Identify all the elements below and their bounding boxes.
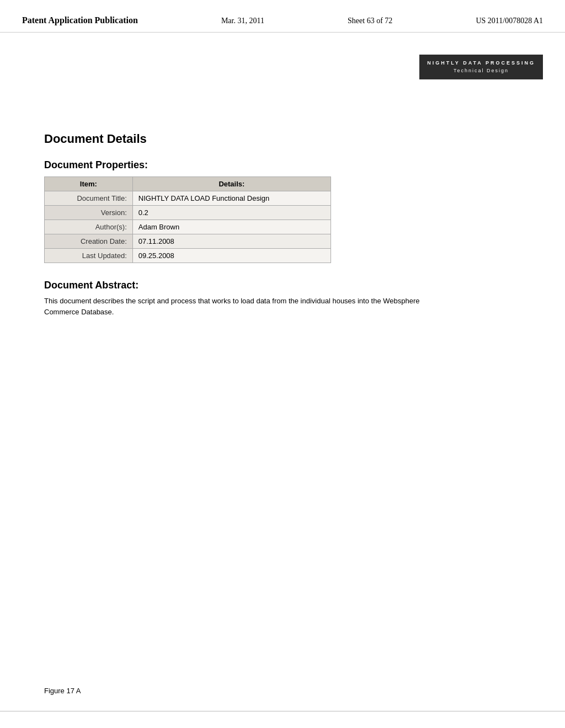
table-cell-item: Creation Date:	[45, 234, 133, 249]
table-cell-detail: 07.11.2008	[132, 234, 331, 249]
document-properties-heading: Document Properties:	[44, 159, 543, 171]
table-cell-detail: Adam Brown	[132, 220, 331, 234]
table-cell-item: Author(s):	[45, 220, 133, 234]
table-row: Document Title:NIGHTLY DATA LOAD Functio…	[45, 191, 331, 206]
table-row: Creation Date:07.11.2008	[45, 234, 331, 249]
table-cell-item: Document Title:	[45, 191, 133, 206]
document-abstract-title: Document Abstract:	[44, 280, 543, 291]
table-row: Version:0.2	[45, 206, 331, 220]
table-cell-item: Version:	[45, 206, 133, 220]
table-row: Author(s):Adam Brown	[45, 220, 331, 234]
figure-caption: Figure 17 A	[44, 687, 81, 695]
banner-line2: Technical Design	[427, 67, 535, 74]
table-header-item: Item:	[45, 177, 133, 191]
header-us-number: US 2011/0078028 A1	[476, 17, 543, 25]
document-abstract-text: This document describes the script and p…	[44, 296, 430, 317]
table-cell-item: Last Updated:	[45, 249, 133, 263]
document-details-title: Document Details	[44, 132, 543, 146]
properties-table: Item: Details: Document Title:NIGHTLY DA…	[44, 176, 331, 263]
header-sheet: Sheet 63 of 72	[348, 17, 392, 25]
watermark-area: NIGHTLY DATA PROCESSING Technical Design	[0, 33, 565, 132]
table-row: Last Updated:09.25.2008	[45, 249, 331, 263]
bottom-border	[0, 711, 565, 711]
nightly-banner: NIGHTLY DATA PROCESSING Technical Design	[419, 55, 543, 79]
table-cell-detail: NIGHTLY DATA LOAD Functional Design	[132, 191, 331, 206]
banner-line1: NIGHTLY DATA PROCESSING	[427, 59, 535, 67]
page-container: Patent Application Publication Mar. 31, …	[0, 0, 565, 728]
table-cell-detail: 0.2	[132, 206, 331, 220]
table-cell-detail: 09.25.2008	[132, 249, 331, 263]
patent-label: Patent Application Publication	[22, 15, 138, 25]
main-content: Document Details Document Properties: It…	[0, 132, 565, 339]
header-date: Mar. 31, 2011	[221, 17, 264, 25]
table-header-details: Details:	[132, 177, 331, 191]
page-header: Patent Application Publication Mar. 31, …	[0, 0, 565, 33]
